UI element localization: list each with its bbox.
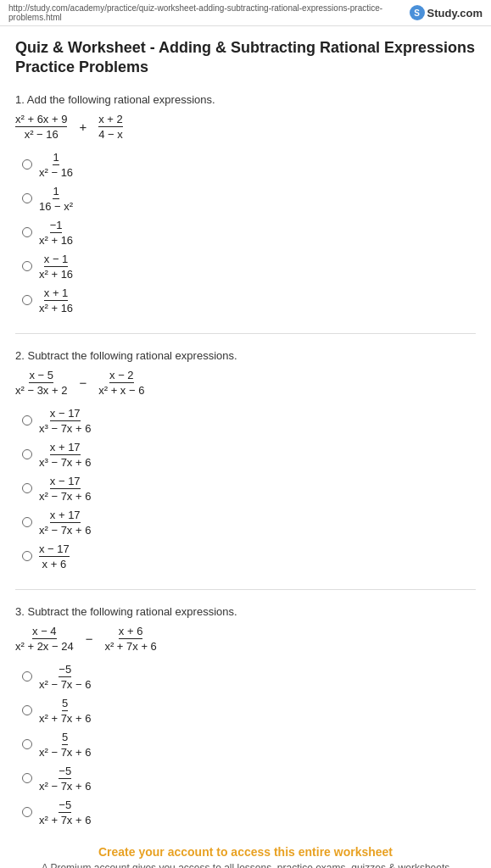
list-item[interactable]: −1 x² + 16 bbox=[22, 219, 476, 247]
question-1: 1. Add the following rational expression… bbox=[15, 93, 476, 314]
q3-frac1: x − 4 x² + 2x − 24 bbox=[15, 625, 74, 653]
radio-q2-o3[interactable] bbox=[22, 483, 32, 493]
list-item[interactable]: x + 17 x³ − 7x + 6 bbox=[22, 441, 476, 469]
cta-title: Create your account to access this entir… bbox=[15, 845, 476, 859]
radio-q1-o1[interactable] bbox=[22, 159, 32, 170]
q3-frac2: x + 6 x² + 7x + 6 bbox=[104, 625, 156, 653]
question-1-label: 1. Add the following rational expression… bbox=[15, 93, 476, 106]
radio-q1-o3[interactable] bbox=[22, 227, 32, 237]
cta-subtitle: A Premium account gives you access to al… bbox=[15, 862, 476, 868]
question-3-label: 3. Subtract the following rational expre… bbox=[15, 605, 476, 618]
q1-operator: + bbox=[79, 120, 86, 134]
question-2: 2. Subtract the following rational expre… bbox=[15, 349, 476, 570]
q1-opt3-frac: −1 x² + 16 bbox=[39, 219, 73, 247]
question-2-expression: x − 5 x² − 3x + 2 − x − 2 x² + x − 6 bbox=[15, 369, 476, 397]
radio-q1-o5[interactable] bbox=[22, 295, 32, 305]
question-2-label: 2. Subtract the following rational expre… bbox=[15, 349, 476, 362]
page-title: Quiz & Worksheet - Adding & Subtracting … bbox=[15, 38, 476, 78]
logo-area: S Study.com bbox=[410, 5, 483, 20]
question-3-expression: x − 4 x² + 2x − 24 − x + 6 x² + 7x + 6 bbox=[15, 625, 476, 653]
q3-operator: − bbox=[86, 632, 93, 646]
list-item[interactable]: 1 16 − x² bbox=[22, 185, 476, 213]
list-item[interactable]: 5 x² − 7x + 6 bbox=[22, 731, 476, 759]
q1-opt2-frac: 1 16 − x² bbox=[39, 185, 73, 213]
radio-q3-o3[interactable] bbox=[22, 739, 32, 749]
radio-q2-o1[interactable] bbox=[22, 415, 32, 426]
list-item[interactable]: x − 17 x² − 7x + 6 bbox=[22, 475, 476, 503]
list-item[interactable]: −5 x² − 7x − 6 bbox=[22, 663, 476, 691]
question-1-options: 1 x² − 16 1 16 − x² −1 bbox=[22, 151, 476, 314]
url-bar: http://study.com/academy/practice/quiz-w… bbox=[8, 3, 410, 22]
radio-q3-o4[interactable] bbox=[22, 773, 32, 783]
radio-q1-o4[interactable] bbox=[22, 261, 32, 271]
list-item[interactable]: −5 x² + 7x + 6 bbox=[22, 798, 476, 826]
top-bar: http://study.com/academy/practice/quiz-w… bbox=[0, 0, 491, 26]
logo-text: Study.com bbox=[427, 7, 483, 19]
question-3-options: −5 x² − 7x − 6 5 x² + 7x + 6 bbox=[22, 663, 476, 826]
question-3: 3. Subtract the following rational expre… bbox=[15, 605, 476, 826]
radio-q1-o2[interactable] bbox=[22, 193, 32, 203]
divider-2 bbox=[15, 589, 476, 590]
divider-1 bbox=[15, 333, 476, 334]
q1-opt1-frac: 1 x² − 16 bbox=[39, 151, 73, 179]
question-2-options: x − 17 x³ − 7x + 6 x + 17 x³ − 7x + 6 bbox=[22, 407, 476, 570]
q1-frac1: x² + 6x + 9 x² − 16 bbox=[15, 113, 67, 141]
q2-operator: − bbox=[79, 376, 86, 390]
list-item[interactable]: −5 x² − 7x + 6 bbox=[22, 765, 476, 793]
cta-section: Create your account to access this entir… bbox=[15, 845, 476, 868]
q2-frac2: x − 2 x² + x − 6 bbox=[98, 369, 144, 397]
list-item[interactable]: x − 1 x² + 16 bbox=[22, 253, 476, 281]
radio-q2-o5[interactable] bbox=[22, 551, 32, 561]
page-content: Quiz & Worksheet - Adding & Subtracting … bbox=[0, 26, 491, 868]
list-item[interactable]: 5 x² + 7x + 6 bbox=[22, 697, 476, 725]
radio-q3-o1[interactable] bbox=[22, 671, 32, 682]
q2-frac1: x − 5 x² − 3x + 2 bbox=[15, 369, 67, 397]
list-item[interactable]: x − 17 x³ − 7x + 6 bbox=[22, 407, 476, 435]
list-item[interactable]: x + 17 x² − 7x + 6 bbox=[22, 509, 476, 537]
radio-q3-o5[interactable] bbox=[22, 807, 32, 817]
list-item[interactable]: x + 1 x² + 16 bbox=[22, 287, 476, 314]
study-logo-icon: S bbox=[410, 5, 425, 20]
list-item[interactable]: 1 x² − 16 bbox=[22, 151, 476, 179]
radio-q3-o2[interactable] bbox=[22, 705, 32, 715]
list-item[interactable]: x − 17 x + 6 bbox=[22, 542, 476, 570]
q1-opt5-frac: x + 1 x² + 16 bbox=[39, 287, 73, 314]
radio-q2-o2[interactable] bbox=[22, 449, 32, 459]
question-1-expression: x² + 6x + 9 x² − 16 + x + 2 4 − x bbox=[15, 113, 476, 141]
radio-q2-o4[interactable] bbox=[22, 517, 32, 527]
q1-frac2: x + 2 4 − x bbox=[98, 113, 123, 141]
q1-opt4-frac: x − 1 x² + 16 bbox=[39, 253, 73, 281]
